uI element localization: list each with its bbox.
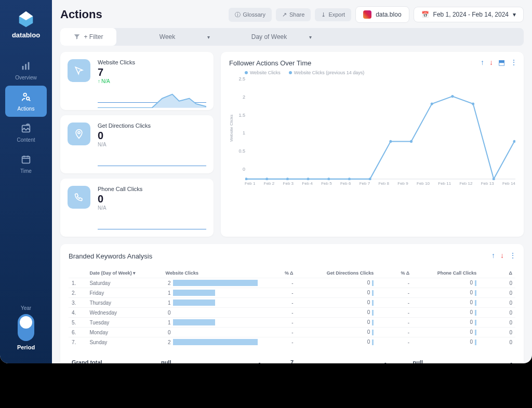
svg-rect-6 bbox=[22, 156, 30, 163]
arrow-down-icon[interactable]: ↓ bbox=[500, 251, 504, 260]
chart-card: Follower Actions Over Time ↑ ↓ ⬒ ⋮ Websi… bbox=[221, 52, 524, 237]
period-toggle[interactable]: Year Period bbox=[17, 305, 35, 350]
table-row: 7.Sunday2-0-00 bbox=[69, 337, 515, 347]
glossary-button[interactable]: ⓘGlossary bbox=[229, 8, 272, 22]
page-title: Actions bbox=[60, 8, 102, 21]
person-search-icon bbox=[20, 91, 32, 104]
topbar: Actions ⓘGlossary ↗Share ⤓Export data.bl… bbox=[60, 6, 524, 23]
toggle-bottom-label: Period bbox=[17, 344, 35, 350]
cursor-icon bbox=[68, 59, 90, 82]
chart-download-icon[interactable]: ⬒ bbox=[498, 58, 505, 66]
table-header: Get Directions Clicks bbox=[297, 268, 377, 278]
table-header bbox=[69, 268, 86, 278]
download-icon: ⤓ bbox=[321, 11, 326, 18]
phone-icon bbox=[68, 186, 90, 209]
metric-value: 7 bbox=[98, 66, 206, 78]
metric-value: 0 bbox=[98, 130, 206, 142]
metric-value: 0 bbox=[98, 193, 206, 205]
share-icon: ↗ bbox=[282, 11, 287, 18]
chart-legend: Website Clicks Website Clicks (previous … bbox=[245, 70, 515, 75]
svg-point-7 bbox=[78, 131, 80, 133]
date-range-selector[interactable]: 📅Feb 1, 2024 - Feb 14, 2024▾ bbox=[414, 7, 524, 22]
svg-point-10 bbox=[265, 178, 268, 180]
svg-point-9 bbox=[245, 178, 248, 180]
table-row: 1.Saturday2-0-00 bbox=[69, 278, 515, 288]
chevron-down-icon: ▾ bbox=[207, 34, 210, 40]
brand-name: databloo bbox=[12, 31, 40, 39]
x-ticks: Feb 1Feb 2Feb 3Feb 4Feb 5Feb 6Feb 7Feb 8… bbox=[245, 181, 515, 186]
export-button[interactable]: ⤓Export bbox=[315, 8, 351, 21]
logo bbox=[16, 9, 36, 29]
filter-day-of-week[interactable]: Day of Week▾ bbox=[218, 28, 320, 46]
sidebar-item-label: Content bbox=[17, 137, 35, 143]
filter-empty-1[interactable] bbox=[320, 28, 422, 46]
svg-point-20 bbox=[472, 102, 474, 105]
svg-point-17 bbox=[410, 140, 413, 143]
metric-change: ↑N/A bbox=[98, 78, 206, 84]
chevron-down-icon: ▾ bbox=[309, 34, 312, 40]
metric-website-clicks: Website Clicks 7 ↑N/A bbox=[60, 52, 214, 110]
table-row: 3.Thursday1-0-00 bbox=[69, 298, 515, 308]
bars-icon bbox=[20, 60, 32, 73]
sidebar-item-overview[interactable]: Overview bbox=[5, 55, 47, 86]
table-header: Website Clicks bbox=[163, 268, 261, 278]
metric-label: Website Clicks bbox=[98, 59, 206, 65]
filter-empty-2[interactable] bbox=[422, 28, 524, 46]
metrics-column: Website Clicks 7 ↑N/A Get Directions Cli… bbox=[60, 52, 214, 237]
table-row: 6.Monday0-0-00 bbox=[69, 328, 515, 337]
more-icon[interactable]: ⋮ bbox=[510, 58, 517, 66]
svg-point-11 bbox=[286, 178, 289, 180]
svg-rect-1 bbox=[25, 64, 26, 70]
table-title: Branded Keywords Analysis bbox=[69, 252, 515, 260]
add-filter-button[interactable]: + Filter bbox=[60, 28, 116, 46]
sidebar-item-label: Actions bbox=[18, 106, 35, 112]
metric-phone-clicks: Phone Call Clicks 0 N/A bbox=[60, 179, 214, 237]
chart-plot bbox=[245, 76, 515, 180]
sidebar-item-label: Time bbox=[20, 168, 32, 174]
calendar-icon: 📅 bbox=[421, 11, 429, 18]
share-button[interactable]: ↗Share bbox=[276, 8, 311, 21]
arrow-up-icon[interactable]: ↑ bbox=[491, 251, 495, 260]
metric-directions-clicks: Get Directions Clicks 0 N/A bbox=[60, 115, 214, 173]
funnel-icon bbox=[73, 33, 81, 40]
svg-point-16 bbox=[389, 140, 392, 143]
more-icon[interactable]: ⋮ bbox=[509, 251, 516, 260]
info-icon: ⓘ bbox=[235, 11, 241, 19]
account-selector[interactable]: data.bloo bbox=[355, 6, 409, 23]
arrow-up-icon[interactable]: ↑ bbox=[481, 58, 484, 66]
table-header: Phone Call Clicks bbox=[413, 268, 480, 278]
table-row: 5.Tuesday1-0-00 bbox=[69, 318, 515, 328]
svg-point-14 bbox=[348, 178, 351, 180]
table-actions: ↑ ↓ ⋮ bbox=[491, 251, 516, 260]
svg-rect-2 bbox=[28, 62, 30, 70]
sidebar: databloo Overview Actions Content Time Y… bbox=[0, 0, 52, 363]
location-icon bbox=[68, 123, 90, 145]
sidebar-item-actions[interactable]: Actions bbox=[5, 86, 47, 117]
toggle-switch[interactable] bbox=[18, 314, 34, 341]
svg-point-13 bbox=[327, 178, 330, 180]
toggle-top-label: Year bbox=[17, 305, 35, 311]
instagram-icon bbox=[363, 10, 371, 19]
filter-bar: + Filter Week▾ Day of Week▾ bbox=[60, 28, 524, 46]
metric-label: Get Directions Clicks bbox=[98, 123, 206, 129]
table-header: % Δ bbox=[377, 268, 413, 278]
grand-total-row: Grand total null - 7 - null - bbox=[69, 359, 515, 363]
sidebar-item-time[interactable]: Time bbox=[5, 148, 47, 179]
y-axis-label: Website Clicks bbox=[229, 76, 234, 180]
sidebar-item-content[interactable]: Content bbox=[5, 117, 47, 148]
image-icon bbox=[20, 123, 32, 135]
sidebar-item-label: Overview bbox=[15, 75, 37, 80]
table-row: 4.Wednesday0-0-00 bbox=[69, 308, 515, 318]
chevron-down-icon: ▾ bbox=[513, 11, 516, 18]
svg-rect-0 bbox=[22, 66, 24, 70]
table-card: Branded Keywords Analysis ↑ ↓ ⋮ Date (Da… bbox=[60, 244, 524, 363]
svg-point-12 bbox=[307, 178, 310, 180]
arrow-down-icon[interactable]: ↓ bbox=[489, 58, 493, 66]
chart-title: Follower Actions Over Time bbox=[229, 59, 515, 67]
sparkline bbox=[98, 213, 206, 229]
table-header: % Δ bbox=[261, 268, 297, 278]
table-header[interactable]: Date (Day of Week) ▾ bbox=[86, 268, 162, 278]
calendar-icon bbox=[20, 154, 32, 166]
svg-point-18 bbox=[431, 102, 433, 105]
filter-week[interactable]: Week▾ bbox=[116, 28, 218, 46]
